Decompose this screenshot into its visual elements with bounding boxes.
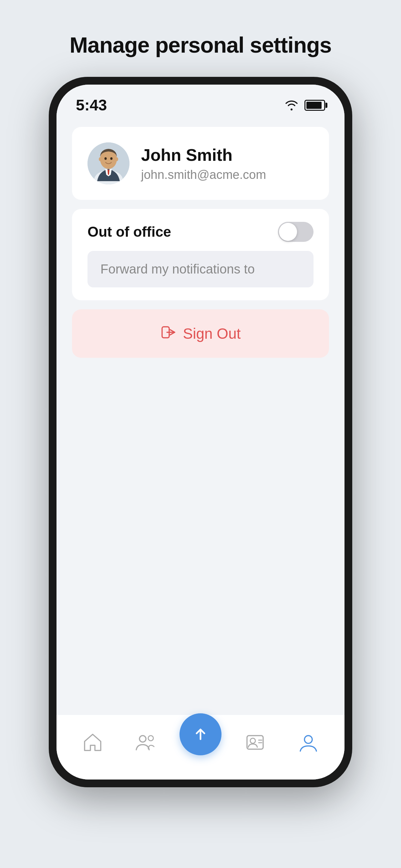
content-area: John Smith john.smith@acme.com Out of of… <box>57 117 344 715</box>
svg-point-5 <box>99 157 101 161</box>
profile-email: john.smith@acme.com <box>141 168 266 182</box>
out-of-office-row: Out of office <box>88 222 313 242</box>
avatar <box>88 143 129 184</box>
forward-input[interactable]: Forward my notifications to <box>88 251 313 287</box>
wifi-icon <box>284 97 299 114</box>
profile-info: John Smith john.smith@acme.com <box>141 145 266 182</box>
battery-icon <box>305 100 325 111</box>
page-title: Manage personal settings <box>69 32 331 58</box>
status-bar: 5:43 <box>57 85 344 117</box>
settings-card: Out of office Forward my notifications t… <box>72 209 329 300</box>
status-icons <box>284 97 325 114</box>
forward-placeholder: Forward my notifications to <box>100 262 255 276</box>
status-time: 5:43 <box>76 96 107 114</box>
nav-profile[interactable] <box>289 731 328 754</box>
content-spacer <box>72 367 329 705</box>
svg-point-6 <box>116 157 118 161</box>
profile-card: John Smith john.smith@acme.com <box>72 127 329 200</box>
nav-home[interactable] <box>73 731 112 754</box>
nav-team[interactable] <box>127 731 165 754</box>
phone-frame: 5:43 <box>49 77 352 787</box>
sign-out-icon <box>160 324 177 343</box>
svg-point-10 <box>148 736 153 741</box>
bottom-nav <box>57 715 344 779</box>
nav-fab[interactable] <box>180 713 221 755</box>
out-of-office-toggle[interactable] <box>278 222 313 242</box>
nav-contacts[interactable] <box>236 731 274 754</box>
phone-screen: 5:43 <box>57 85 344 779</box>
profile-name: John Smith <box>141 145 266 165</box>
svg-point-15 <box>305 736 312 743</box>
svg-point-12 <box>250 738 255 743</box>
out-of-office-label: Out of office <box>88 224 171 240</box>
svg-point-4 <box>111 157 113 160</box>
sign-out-button[interactable]: Sign Out <box>72 309 329 358</box>
svg-point-9 <box>140 736 146 742</box>
toggle-knob <box>279 223 297 241</box>
svg-point-3 <box>104 157 107 160</box>
sign-out-label: Sign Out <box>183 325 241 342</box>
